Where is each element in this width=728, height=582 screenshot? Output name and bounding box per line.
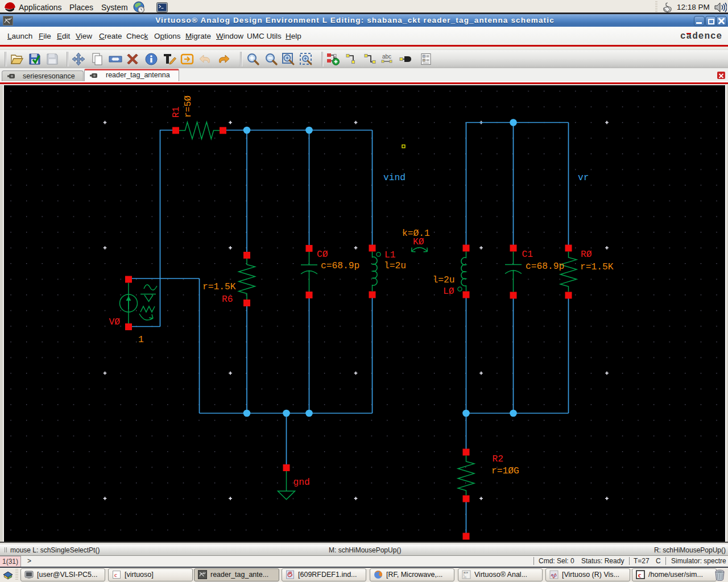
svg-text:R1: R1 — [171, 106, 181, 118]
svg-text:1: 1 — [138, 334, 144, 345]
svg-text:r=5Ø: r=5Ø — [183, 95, 193, 118]
svg-text:vind: vind — [383, 172, 406, 183]
svg-text:c=68.9p: c=68.9p — [526, 261, 564, 272]
svg-text:c=68.9p: c=68.9p — [321, 260, 359, 271]
svg-text:r=1ØG: r=1ØG — [491, 465, 519, 476]
svg-text:KØ: KØ — [413, 236, 424, 247]
svg-text:abc: abc — [382, 53, 391, 60]
svg-text:R6: R6 — [222, 294, 233, 305]
svg-text:VØ: VØ — [109, 317, 121, 327]
svg-text:gnd: gnd — [293, 477, 310, 488]
svg-text:LØ: LØ — [443, 286, 454, 297]
svg-text:l=2u: l=2u — [433, 275, 455, 285]
svg-text:RØ: RØ — [581, 249, 592, 260]
svg-text:c: c — [114, 571, 117, 578]
svg-text:r=1.5K: r=1.5K — [202, 281, 236, 292]
svg-text:l=2u: l=2u — [384, 260, 406, 271]
svg-text:C1: C1 — [522, 249, 533, 260]
svg-text:r=1.5K: r=1.5K — [580, 261, 614, 272]
svg-text:CØ: CØ — [317, 249, 328, 260]
svg-text:L1: L1 — [384, 250, 396, 260]
svg-text:(R): (R) — [464, 576, 466, 579]
svg-text:c: c — [638, 571, 642, 579]
svg-text:R2: R2 — [493, 454, 504, 464]
svg-text:vr: vr — [578, 172, 589, 183]
